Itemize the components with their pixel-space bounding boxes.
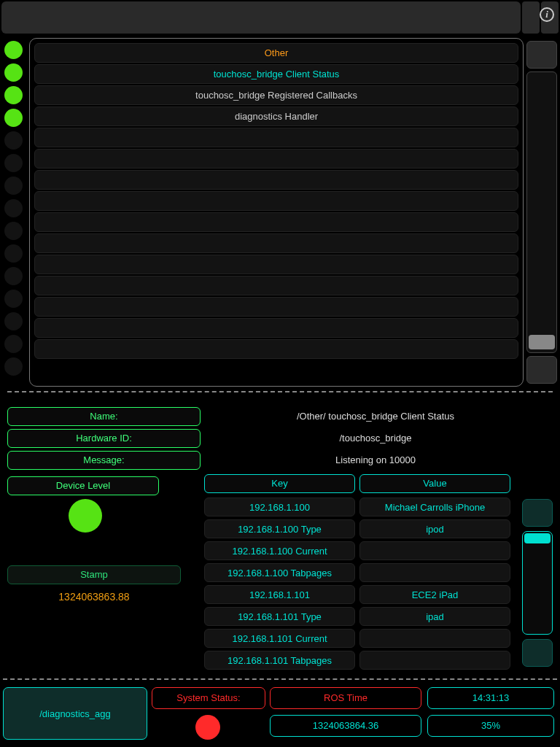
kv-value-cell [359,563,510,582]
list-item[interactable] [34,339,518,359]
status-indicator [4,154,23,172]
kv-scroll-thumb[interactable] [524,533,551,543]
list-item[interactable]: diagnostics Handler [34,107,518,126]
kv-row: 192.168.1.100 Tabpages [204,563,510,582]
kv-value-cell: ipad [359,607,510,626]
status-indicator [4,267,23,285]
kv-value-cell: Michael Carrolls iPhone [359,498,510,516]
kv-key-cell: 192.168.1.100 Type [204,519,355,538]
kv-row: 192.168.1.100Michael Carrolls iPhone [204,498,510,516]
system-status-label: System Status: [152,687,265,709]
status-indicator [4,312,23,330]
name-value: /Other/ touchosc_bridge Client Status [208,407,543,429]
status-indicator-column [4,41,23,376]
scroll-down-button[interactable] [526,356,557,384]
list-item[interactable] [34,276,518,295]
kv-key-cell: 192.168.1.100 Tabpages [204,563,355,582]
kv-value-cell [359,541,510,560]
status-indicator [4,41,23,59]
status-indicator [4,131,23,150]
kv-key-cell: 192.168.1.100 Current [204,541,355,560]
kv-key-header: Key [204,474,355,493]
kv-value-cell [359,651,510,670]
scroll-up-button[interactable] [526,41,557,69]
status-indicator [4,290,23,308]
list-item[interactable] [34,255,518,274]
kv-scroll-track[interactable] [522,531,553,635]
kv-row: 192.168.1.101ECE2 iPad [204,585,510,604]
scroll-track[interactable] [526,71,557,353]
kv-row: 192.168.1.100 Current [204,541,510,560]
device-level-label: Device Level [7,476,159,495]
kv-row: 192.168.1.101 Typeipad [204,607,510,626]
status-indicator [4,244,23,263]
detail-labels: Name: Hardware ID: Message: [7,407,201,473]
kv-key-cell: 192.168.1.101 Tabpages [204,651,355,670]
kv-scrollbar[interactable] [522,499,553,667]
list-item[interactable] [34,212,518,232]
section-divider [7,391,553,392]
stamp-value: 1324063863.88 [7,591,181,603]
status-indicator [4,109,23,127]
status-indicator [4,86,23,104]
list-item[interactable] [34,318,518,338]
info-icon[interactable]: i [540,7,554,22]
kv-key-cell: 192.168.1.100 [204,498,355,516]
stamp-label: Stamp [7,565,181,584]
kv-key-cell: 192.168.1.101 Type [204,607,355,626]
top-tab[interactable] [522,1,540,34]
name-label: Name: [7,407,201,426]
diagnostic-list-panel: Othertouchosc_bridge Client Statustoucho… [29,38,524,387]
status-indicator [4,177,23,195]
kv-row: 192.168.1.101 Current [204,629,510,648]
list-item[interactable] [34,170,518,190]
kv-row: 192.168.1.101 Tabpages [204,651,510,670]
list-scrollbar[interactable] [526,41,557,384]
kv-value-cell [359,629,510,648]
kv-table: Key Value 192.168.1.100Michael Carrolls … [204,474,510,673]
kv-key-cell: 192.168.1.101 [204,585,355,604]
kv-row: 192.168.1.100 Typeipod [204,519,510,538]
list-item[interactable]: Other [34,43,518,63]
device-level-indicator [69,499,102,533]
detail-values: /Other/ touchosc_bridge Client Status /t… [208,407,543,473]
list-item[interactable] [34,191,518,211]
hardware-id-value: /touchosc_bridge [208,429,543,451]
stamp-box: Stamp [7,565,181,584]
ros-time-label: ROS Time [270,687,421,709]
list-item[interactable] [34,297,518,317]
kv-header-row: Key Value [204,474,510,493]
hardware-id-label: Hardware ID: [7,429,201,448]
scroll-thumb[interactable] [529,335,555,349]
list-item[interactable]: touchosc_bridge Registered Callbacks [34,85,518,105]
kv-value-header: Value [359,474,510,493]
bottom-status-bar: /diagnostics_agg System Status: ROS Time… [3,678,557,744]
list-item[interactable] [34,233,518,253]
ros-time-value: 1324063864.36 [270,715,421,737]
status-indicator [4,357,23,376]
status-indicator [4,335,23,353]
status-indicator [4,63,23,82]
list-item[interactable] [34,149,518,169]
kv-scroll-down[interactable] [522,639,553,667]
system-status-indicator [195,715,220,740]
kv-scroll-up[interactable] [522,499,553,527]
status-indicator [4,199,23,217]
device-level-box: Device Level [7,476,159,495]
kv-value-cell: ipod [359,519,510,538]
list-item[interactable]: touchosc_bridge Client Status [34,64,518,84]
diagnostics-topic[interactable]: /diagnostics_agg [3,687,147,740]
top-bar [1,1,521,34]
status-indicator [4,222,23,240]
message-label: Message: [7,451,201,470]
list-item[interactable] [34,128,518,147]
message-value: Listening on 10000 [208,451,543,473]
percent-value: 35% [427,715,554,737]
kv-key-cell: 192.168.1.101 Current [204,629,355,648]
kv-value-cell: ECE2 iPad [359,585,510,604]
clock-time: 14:31:13 [427,687,554,709]
